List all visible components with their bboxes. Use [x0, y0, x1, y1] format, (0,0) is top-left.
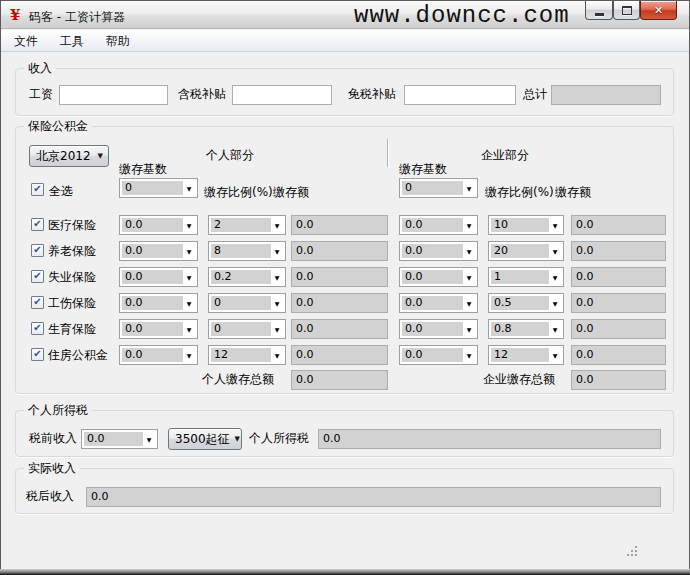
- insurance-row: ✔ 医疗保险 0.0 ▼ 2 ▼ 0.0 0.0 ▼ 10 ▼ 0.0: [16, 215, 673, 235]
- enterprise-amount-field: 0.0: [571, 241, 666, 261]
- enterprise-base-value: 0.0: [402, 322, 463, 336]
- enterprise-base-dropdown[interactable]: 0.0 ▼: [399, 293, 478, 313]
- personal-base-dropdown[interactable]: 0.0 ▼: [119, 319, 198, 339]
- aftertax-income-label: 税后收入: [26, 489, 74, 504]
- personal-ratio-dropdown[interactable]: 8 ▼: [208, 241, 286, 261]
- chevron-down-icon: ▼: [463, 218, 475, 232]
- chevron-down-icon: ▼: [271, 244, 283, 258]
- personal-ratio-dropdown[interactable]: 0 ▼: [208, 293, 286, 313]
- menu-item-help[interactable]: 帮助: [97, 30, 139, 54]
- enterprise-amount-field: 0.0: [571, 215, 666, 235]
- personal-ratio-dropdown[interactable]: 2 ▼: [208, 215, 286, 235]
- personal-base-dropdown[interactable]: 0.0 ▼: [119, 293, 198, 313]
- minimize-button[interactable]: [585, 1, 613, 20]
- threshold-dropdown[interactable]: 3500起征 ▼: [168, 428, 242, 450]
- enterprise-ratio-dropdown[interactable]: 12 ▼: [488, 345, 564, 365]
- taxfree-subsidy-input[interactable]: [404, 85, 516, 105]
- net-income-group: 实际收入 税后收入 0.0: [15, 468, 674, 514]
- insurance-row: ✔ 工伤保险 0.0 ▼ 0 ▼ 0.0 0.0 ▼ 0.5 ▼ 0.0: [16, 293, 673, 313]
- check-icon: ✔: [33, 323, 41, 333]
- personal-total-label: 个人缴存总额: [202, 372, 274, 387]
- personal-ratio-value: 0: [211, 322, 271, 336]
- chevron-down-icon: ▼: [463, 322, 475, 336]
- region-dropdown[interactable]: 北京2012 ▼: [29, 145, 109, 167]
- row-checkbox[interactable]: ✔: [31, 244, 44, 257]
- enterprise-total-label: 企业缴存总额: [483, 372, 555, 387]
- select-all-checkbox[interactable]: ✔: [31, 183, 44, 196]
- window-title: 码客 - 工资计算器: [29, 9, 125, 26]
- personal-base-dropdown[interactable]: 0.0 ▼: [119, 215, 198, 235]
- taxable-subsidy-input[interactable]: [232, 85, 332, 105]
- enterprise-ratio-value: 1: [491, 270, 549, 284]
- enterprise-base-header-dropdown[interactable]: 0 ▼: [399, 178, 478, 198]
- taxable-subsidy-label: 含税补贴: [178, 87, 226, 102]
- enterprise-base-dropdown[interactable]: 0.0 ▼: [399, 319, 478, 339]
- watermark-text: www.downcc.com: [354, 2, 570, 29]
- menu-item-file[interactable]: 文件: [5, 30, 47, 54]
- enterprise-base-dropdown[interactable]: 0.0 ▼: [399, 267, 478, 287]
- personal-amount-header: 缴存额: [273, 185, 309, 200]
- row-checkbox[interactable]: ✔: [31, 348, 44, 361]
- personal-base-value: 0.0: [122, 296, 183, 310]
- salary-input[interactable]: [59, 85, 168, 105]
- enterprise-ratio-dropdown[interactable]: 20 ▼: [488, 241, 564, 261]
- enterprise-ratio-dropdown[interactable]: 10 ▼: [488, 215, 564, 235]
- personal-amount-field: 0.0: [291, 319, 388, 339]
- chevron-down-icon: ▼: [463, 181, 475, 195]
- row-checkbox[interactable]: ✔: [31, 296, 44, 309]
- enterprise-amount-field: 0.0: [571, 345, 666, 365]
- personal-amount-field: 0.0: [291, 267, 388, 287]
- resize-grip[interactable]: [626, 545, 639, 558]
- insurance-row: ✔ 住房公积金 0.0 ▼ 12 ▼ 0.0 0.0 ▼ 12 ▼ 0.0: [16, 345, 673, 365]
- row-checkbox[interactable]: ✔: [31, 218, 44, 231]
- total-field: [551, 85, 661, 105]
- personal-total-field: 0.0: [291, 370, 388, 390]
- enterprise-ratio-dropdown[interactable]: 0.5 ▼: [488, 293, 564, 313]
- check-icon: ✔: [33, 245, 41, 255]
- row-checkbox[interactable]: ✔: [31, 322, 44, 335]
- chevron-down-icon: ▼: [549, 322, 561, 336]
- personal-ratio-dropdown[interactable]: 0.2 ▼: [208, 267, 286, 287]
- check-icon: ✔: [33, 219, 41, 229]
- pretax-income-dropdown[interactable]: 0.0 ▼: [81, 429, 158, 449]
- check-icon: ✔: [33, 349, 41, 359]
- personal-base-header-dropdown[interactable]: 0 ▼: [119, 178, 198, 198]
- insurance-row-label: 生育保险: [48, 322, 96, 337]
- maximize-button[interactable]: [613, 1, 640, 20]
- enterprise-section-header: 企业部分: [481, 148, 529, 163]
- chevron-down-icon: ▼: [183, 218, 195, 232]
- enterprise-base-dropdown[interactable]: 0.0 ▼: [399, 215, 478, 235]
- enterprise-base-dropdown[interactable]: 0.0 ▼: [399, 345, 478, 365]
- close-button[interactable]: ✕: [640, 1, 677, 20]
- personal-base-value: 0.0: [122, 322, 183, 336]
- window-bottom-edge: [0, 569, 690, 575]
- personal-base-value: 0.0: [122, 348, 183, 362]
- enterprise-ratio-dropdown[interactable]: 1 ▼: [488, 267, 564, 287]
- menu-item-tools[interactable]: 工具: [51, 30, 93, 54]
- personal-base-dropdown[interactable]: 0.0 ▼: [119, 345, 198, 365]
- personal-ratio-dropdown[interactable]: 0 ▼: [208, 319, 286, 339]
- enterprise-base-header-value: 0: [402, 181, 463, 195]
- enterprise-amount-field: 0.0: [571, 267, 666, 287]
- chevron-down-icon: ▼: [98, 152, 103, 160]
- salary-label: 工资: [29, 87, 53, 102]
- insurance-row-label: 工伤保险: [48, 296, 96, 311]
- enterprise-total-field: 0.0: [571, 370, 666, 390]
- enterprise-base-dropdown[interactable]: 0.0 ▼: [399, 241, 478, 261]
- income-legend: 收入: [24, 61, 56, 76]
- enterprise-ratio-dropdown[interactable]: 0.8 ▼: [488, 319, 564, 339]
- chevron-down-icon: ▼: [463, 270, 475, 284]
- personal-base-dropdown[interactable]: 0.0 ▼: [119, 267, 198, 287]
- chevron-down-icon: ▼: [183, 270, 195, 284]
- tax-result-label: 个人所得税: [249, 431, 309, 446]
- enterprise-ratio-value: 0.8: [491, 322, 549, 336]
- pretax-income-label: 税前收入: [29, 431, 77, 446]
- check-icon: ✔: [33, 271, 41, 281]
- personal-ratio-value: 0.2: [211, 270, 271, 284]
- personal-base-header-value: 0: [122, 181, 183, 195]
- personal-amount-field: 0.0: [291, 345, 388, 365]
- personal-ratio-dropdown[interactable]: 12 ▼: [208, 345, 286, 365]
- row-checkbox[interactable]: ✔: [31, 270, 44, 283]
- personal-base-value: 0.0: [122, 270, 183, 284]
- personal-base-dropdown[interactable]: 0.0 ▼: [119, 241, 198, 261]
